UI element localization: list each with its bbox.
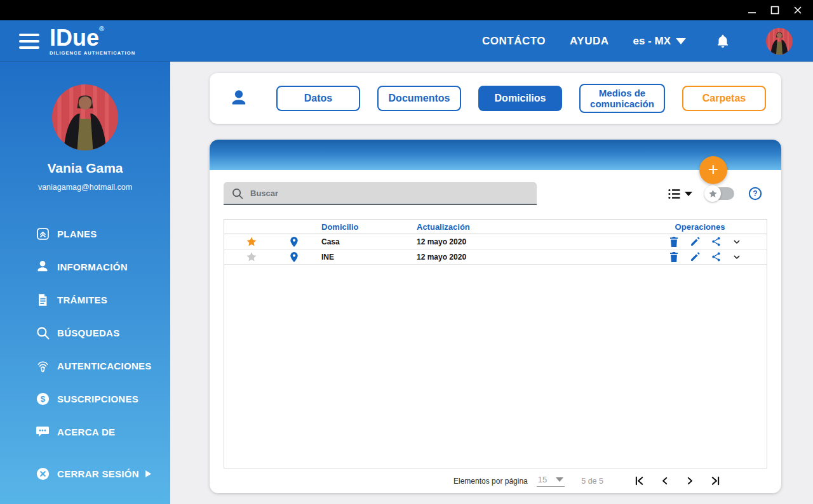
sidebar-item-planes[interactable]: PLANES [0, 217, 170, 250]
edit-icon[interactable] [689, 251, 701, 263]
share-icon[interactable] [710, 251, 722, 263]
sidebar-item-label: PLANES [57, 229, 97, 239]
items-per-page-label: Elementos por página [454, 477, 528, 486]
plans-icon [35, 226, 50, 241]
panel-toolbar: ? [210, 170, 781, 215]
pagination-bar: Elementos por página 15 5 de 5 [210, 468, 781, 493]
header-nav: CONTÁCTO AYUDA es - MX [482, 28, 793, 55]
sidebar: Vania Gama vaniagamag@hotmail.com PLANES [0, 62, 170, 504]
tab-carpetas[interactable]: Carpetas [682, 86, 766, 111]
dollar-icon: $ [35, 391, 50, 406]
app-header: IDue® DILIGENCE AUTHENTICATION CONTÁCTO … [0, 20, 813, 62]
sidebar-item-label: SUSCRIPCIONES [57, 394, 138, 404]
previous-page-icon[interactable] [659, 475, 670, 486]
tab-domicilios[interactable]: Domicilios [478, 86, 562, 111]
sidebar-item-informacion[interactable]: INFORMACIÓN [0, 250, 170, 283]
sidebar-item-label: TRÁMITES [57, 295, 107, 305]
list-view-selector[interactable] [668, 188, 692, 200]
delete-icon[interactable] [668, 236, 680, 248]
language-label: es - MX [633, 35, 671, 48]
help-icon[interactable]: ? [748, 187, 762, 201]
expand-row-icon[interactable] [731, 236, 742, 248]
table-row: INE 12 mayo 2020 [224, 249, 767, 265]
fingerprint-icon [35, 358, 50, 373]
tab-medios-de-comunicacion[interactable]: Medios de comunicación [579, 84, 665, 113]
main-content: Datos Documentos Domicilios Medios de co… [170, 62, 813, 504]
sidebar-item-tramites[interactable]: TRÁMITES [0, 283, 170, 316]
menu-icon[interactable] [19, 34, 39, 49]
favorite-star-icon[interactable] [246, 236, 257, 248]
cell-actualizacion: 12 mayo 2020 [405, 237, 652, 246]
logout-button[interactable]: CERRAR SESIÓN [0, 457, 170, 490]
search-icon [231, 187, 244, 200]
chevron-down-icon [556, 477, 563, 482]
window-titlebar [0, 0, 813, 20]
logout-label: CERRAR SESIÓN [57, 468, 139, 479]
svg-text:?: ? [753, 189, 757, 198]
domicilios-table: Domicilio Actualización Operaciones Casa… [224, 219, 767, 468]
cell-actualizacion: 12 mayo 2020 [405, 253, 652, 262]
toolbar-icons: ? [668, 187, 762, 201]
sidebar-item-autenticaciones[interactable]: AUTENTICACIONES [0, 349, 170, 382]
sidebar-item-suscripciones[interactable]: $ SUSCRIPCIONES [0, 382, 170, 415]
share-icon[interactable] [710, 236, 722, 248]
edit-icon[interactable] [689, 236, 701, 248]
help-link[interactable]: AYUDA [570, 35, 608, 48]
column-header-domicilio: Domicilio [309, 222, 405, 232]
chevron-down-icon [685, 192, 692, 196]
sidebar-item-busquedas[interactable]: BÚSQUEDAS [0, 316, 170, 349]
section-tabs-card: Datos Documentos Domicilios Medios de co… [210, 73, 781, 124]
favorites-filter-toggle[interactable] [706, 187, 734, 200]
logo-title: IDue [50, 25, 99, 51]
table-row: Casa 12 mayo 2020 [224, 234, 767, 249]
star-icon [704, 185, 721, 202]
tab-documentos[interactable]: Documentos [377, 86, 461, 111]
panel-banner: + [210, 140, 781, 170]
location-pin-icon[interactable] [288, 251, 300, 263]
arrow-right-icon [145, 470, 152, 478]
sidebar-item-acerca-de[interactable]: ACERCA DE [0, 415, 170, 448]
person-icon [229, 88, 249, 109]
last-page-icon[interactable] [710, 475, 721, 486]
sidebar-item-label: INFORMACIÓN [57, 262, 128, 272]
items-per-page-value: 15 [538, 475, 547, 484]
column-header-operaciones: Operaciones [652, 222, 767, 232]
tabs: Datos Documentos Domicilios Medios de co… [276, 84, 766, 113]
page-range-label: 5 de 5 [581, 477, 603, 486]
close-icon[interactable] [786, 0, 809, 20]
chat-icon [35, 424, 50, 439]
column-header-actualizacion: Actualización [405, 222, 652, 232]
maximize-icon[interactable] [763, 0, 786, 20]
registered-mark: ® [99, 25, 104, 32]
next-page-icon[interactable] [685, 475, 695, 486]
app-logo: IDue® DILIGENCE AUTHENTICATION [50, 27, 135, 56]
profile-name: Vania Gama [0, 161, 170, 176]
pager-controls [634, 475, 721, 486]
notifications-bell-icon[interactable] [715, 33, 730, 50]
cell-domicilio: INE [309, 253, 405, 262]
profile-photo[interactable] [52, 84, 118, 150]
language-selector[interactable]: es - MX [633, 35, 686, 48]
sidebar-item-label: ACERCA DE [57, 427, 115, 437]
items-per-page-select[interactable]: 15 [537, 475, 565, 487]
search-input[interactable] [224, 182, 537, 205]
minimize-icon[interactable] [741, 0, 763, 20]
tab-datos[interactable]: Datos [276, 86, 360, 111]
add-button[interactable]: + [699, 156, 727, 184]
delete-icon[interactable] [668, 251, 680, 263]
profile-section: Vania Gama vaniagamag@hotmail.com [0, 62, 170, 192]
sidebar-item-label: BÚSQUEDAS [57, 328, 120, 338]
search-icon [35, 325, 50, 340]
location-pin-icon[interactable] [288, 236, 300, 248]
sidebar-menu: PLANES INFORMACIÓN [0, 217, 170, 490]
logout-icon [35, 466, 50, 481]
document-icon [35, 292, 50, 307]
expand-row-icon[interactable] [731, 251, 742, 263]
first-page-icon[interactable] [634, 475, 645, 486]
favorite-star-icon[interactable] [246, 251, 257, 263]
table-header-row: Domicilio Actualización Operaciones [224, 220, 767, 234]
profile-email: vaniagamag@hotmail.com [0, 183, 170, 192]
search-box [224, 182, 537, 205]
avatar[interactable] [766, 28, 793, 55]
contact-link[interactable]: CONTÁCTO [482, 35, 546, 48]
